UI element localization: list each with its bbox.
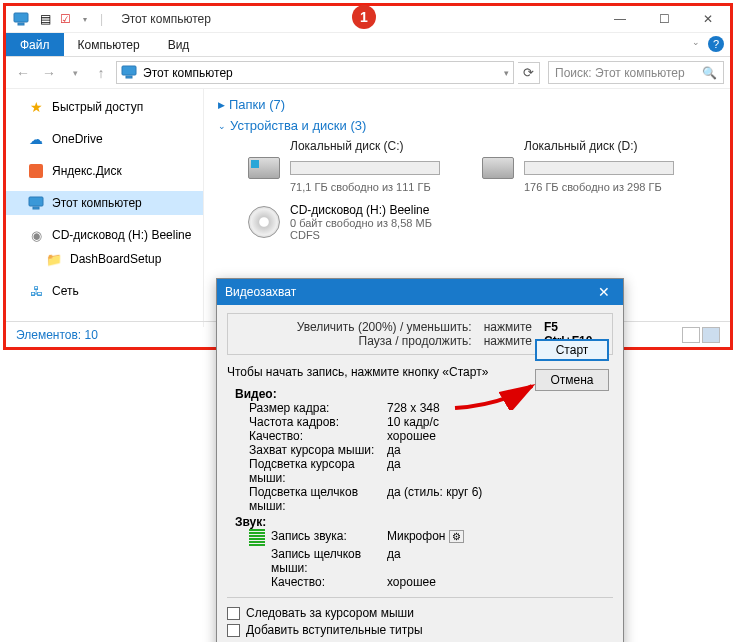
section-folders[interactable]: ▶Папки (7) [218,97,716,112]
star-icon: ★ [28,99,44,115]
start-button[interactable]: Старт [535,339,609,361]
drive-c-label: Локальный диск (C:) [290,139,458,153]
drive-cd[interactable]: CD-дисковод (H:) Beeline 0 байт свободно… [248,203,458,241]
nav-tree: ★Быстрый доступ ☁OneDrive Яндекс.Диск Эт… [6,89,204,327]
svg-rect-5 [33,207,39,209]
search-icon: 🔍 [702,66,717,80]
section-devices[interactable]: ⌄Устройства и диски (3) [218,118,716,133]
qat-checkbox-icon[interactable]: ☑ [56,10,74,28]
dialog-title: Видеозахват [225,285,296,299]
svg-rect-3 [126,76,132,78]
svg-rect-2 [122,66,136,75]
intro-titles-checkbox[interactable]: Добавить вступительные титры [227,623,613,637]
nav-yandex-disk[interactable]: Яндекс.Диск [6,159,203,183]
drive-c-bar [290,161,440,175]
drive-d-bar [524,161,674,175]
minimize-button[interactable]: ― [598,6,642,33]
nav-cd-drive[interactable]: ◉CD-дисковод (H:) Beeline [6,223,203,247]
annotation-badge-1: 1 [352,5,376,29]
pc-icon [28,195,44,211]
path-text: Этот компьютер [143,66,233,80]
mic-settings-icon[interactable]: ⚙ [449,530,464,543]
expand-ribbon-icon[interactable]: ⌄ [692,37,700,47]
refresh-button[interactable]: ⟳ [518,62,540,84]
drive-c-free: 71,1 ГБ свободно из 111 ГБ [290,181,458,193]
tab-file[interactable]: Файл [6,33,64,56]
follow-cursor-checkbox[interactable]: Следовать за курсором мыши [227,606,613,620]
svg-rect-4 [29,197,43,206]
back-button[interactable]: ← [12,62,34,84]
ribbon-tabs: Файл Компьютер Вид ⌄ ? [6,33,730,57]
help-icon[interactable]: ? [708,36,724,52]
cancel-button[interactable]: Отмена [535,369,609,391]
up-button[interactable]: ↑ [90,62,112,84]
network-icon: 🖧 [28,283,44,299]
drive-cd-label: CD-дисковод (H:) Beeline [290,203,432,217]
svg-rect-1 [18,23,24,25]
drive-c[interactable]: Локальный диск (C:) 71,1 ГБ свободно из … [248,139,458,193]
nav-network[interactable]: 🖧Сеть [6,279,203,303]
audio-header: Звук: [235,515,613,529]
nav-quick-access[interactable]: ★Быстрый доступ [6,95,203,119]
svg-rect-0 [14,13,28,22]
drive-d-label: Локальный диск (D:) [524,139,692,153]
dialog-close-button[interactable]: ✕ [593,282,615,302]
nav-onedrive[interactable]: ☁OneDrive [6,127,203,151]
maximize-button[interactable]: ☐ [642,6,686,33]
yandex-icon [28,163,44,179]
audio-meter-icon [249,529,265,547]
qat-dropdown-icon[interactable]: ▾ [76,10,94,28]
cd-icon [248,206,280,238]
hdd-icon [482,157,514,179]
disc-icon: ◉ [28,227,44,243]
path-field[interactable]: Этот компьютер ▾ [116,61,514,84]
qat-properties-icon[interactable]: ▤ [36,10,54,28]
window-title: Этот компьютер [121,12,211,26]
chevron-right-icon: ▶ [218,100,225,110]
folder-icon: 📁 [46,251,62,267]
chevron-down-icon: ⌄ [218,121,226,131]
nav-dashboard-setup[interactable]: 📁DashBoardSetup [6,247,203,271]
address-bar: ← → ▾ ↑ Этот компьютер ▾ ⟳ Поиск: Этот к… [6,57,730,89]
drive-cd-fs: CDFS [290,229,432,241]
tab-view[interactable]: Вид [154,33,204,56]
hdd-icon [248,157,280,179]
cloud-icon: ☁ [28,131,44,147]
search-placeholder: Поиск: Этот компьютер [555,66,685,80]
app-icon [10,8,32,30]
nav-this-pc[interactable]: Этот компьютер [6,191,203,215]
recent-dropdown[interactable]: ▾ [64,62,86,84]
close-button[interactable]: ✕ [686,6,730,33]
drive-d-free: 176 ГБ свободно из 298 ГБ [524,181,692,193]
status-count: Элементов: 10 [16,328,98,342]
video-capture-dialog: Видеозахват ✕ Увеличить (200%) / уменьши… [216,278,624,642]
drive-d[interactable]: Локальный диск (D:) 176 ГБ свободно из 2… [482,139,692,193]
view-switcher[interactable] [682,327,720,343]
forward-button[interactable]: → [38,62,60,84]
tab-computer[interactable]: Компьютер [64,33,154,56]
dialog-titlebar: Видеозахват ✕ [217,279,623,305]
drive-cd-free: 0 байт свободно из 8,58 МБ [290,217,432,229]
search-field[interactable]: Поиск: Этот компьютер 🔍 [548,61,724,84]
